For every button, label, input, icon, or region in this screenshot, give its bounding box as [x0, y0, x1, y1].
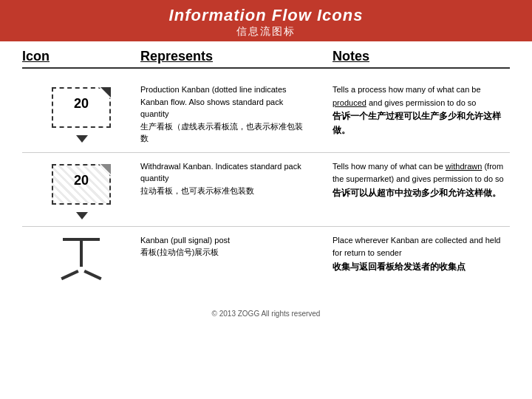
header: Information Flow Icons 信息流图标 — [0, 0, 532, 41]
header-title-en: Information Flow Icons — [0, 6, 532, 25]
col-header-notes: Notes — [318, 49, 510, 64]
column-headers: Icon Represents Notes — [22, 49, 510, 69]
production-kanban-notes: Tells a process how many of what can be … — [318, 83, 510, 138]
row-pull-signal: Kanban (pull signal) post 看板(拉动信号)展示板 Pl… — [22, 227, 510, 301]
production-kanban-arrow — [76, 135, 88, 143]
production-kanban-number: 20 — [48, 96, 115, 112]
row-withdrawal-kanban: 20 Withdrawal Kanban. Indicates standard… — [22, 153, 510, 227]
withdrawal-kanban-number: 20 — [48, 173, 115, 188]
pull-signal-notes: Place wherever Kanban are collected and … — [318, 234, 510, 274]
pull-signal-base — [59, 267, 103, 273]
header-title-zh: 信息流图标 — [0, 25, 532, 38]
pull-signal-represents: Kanban (pull signal) post 看板(拉动信号)展示板 — [140, 234, 318, 259]
col-header-icon: Icon — [22, 49, 140, 64]
pull-signal-post — [80, 241, 83, 267]
main-content: Icon Represents Notes 20 Production Kanb… — [0, 41, 532, 318]
withdrawal-kanban-arrow — [76, 212, 88, 219]
withdrawal-kanban-notes: Tells how many of what can be withdrawn … — [318, 160, 510, 200]
withdrawal-kanban-represents: Withdrawal Kanban. Indicates standard pa… — [140, 160, 318, 197]
row-production-kanban: 20 Production Kanban (dotted line indica… — [22, 76, 510, 153]
withdrawal-kanban-icon: 20 — [22, 160, 140, 216]
footer: © 2013 ZOGG All rights reserved — [22, 307, 510, 318]
production-kanban-icon: 20 — [22, 83, 140, 139]
pull-signal-icon — [22, 234, 140, 276]
production-kanban-represents: Production Kanban (dotted line indicates… — [140, 83, 318, 145]
copyright-text: © 2013 ZOGG All rights reserved — [212, 310, 321, 318]
page-wrapper: Information Flow Icons 信息流图标 Icon Repres… — [0, 0, 532, 318]
col-header-represents: Represents — [140, 49, 318, 64]
